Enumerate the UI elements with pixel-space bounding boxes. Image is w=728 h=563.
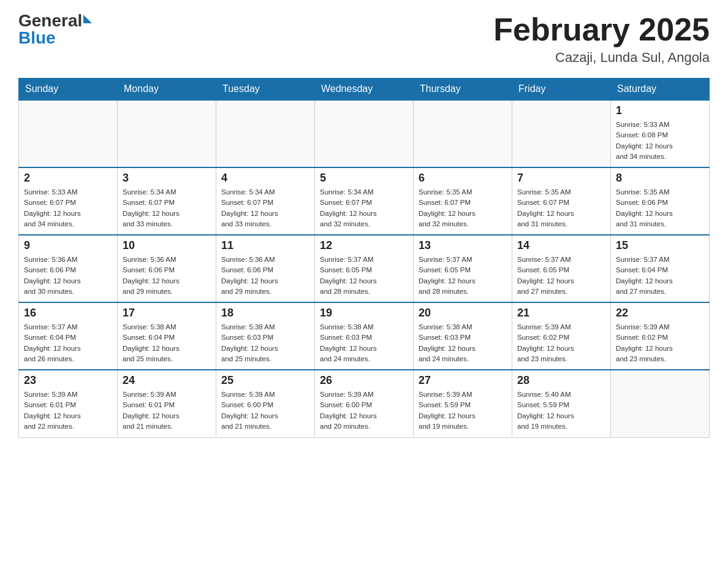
day-number: 18	[221, 307, 309, 320]
weekday-header-monday: Monday	[118, 79, 216, 101]
day-info: Sunrise: 5:37 AMSunset: 6:05 PMDaylight:…	[320, 255, 408, 297]
day-number: 24	[123, 374, 211, 387]
weekday-header-saturday: Saturday	[611, 79, 710, 101]
day-info: Sunrise: 5:39 AMSunset: 6:00 PMDaylight:…	[221, 389, 309, 432]
weekday-header-tuesday: Tuesday	[216, 79, 315, 101]
day-info: Sunrise: 5:35 AMSunset: 6:07 PMDaylight:…	[419, 187, 507, 229]
logo-arrow-icon	[83, 15, 92, 23]
day-info: Sunrise: 5:37 AMSunset: 6:04 PMDaylight:…	[24, 322, 112, 364]
header: General Blue February 2025 Cazaji, Lunda…	[18, 12, 710, 66]
day-number: 10	[123, 239, 211, 252]
calendar-cell: 16Sunrise: 5:37 AMSunset: 6:04 PMDayligh…	[19, 302, 118, 370]
day-info: Sunrise: 5:39 AMSunset: 6:01 PMDaylight:…	[123, 389, 211, 432]
day-info: Sunrise: 5:34 AMSunset: 6:07 PMDaylight:…	[123, 187, 211, 229]
day-number: 28	[517, 374, 605, 387]
calendar-cell: 23Sunrise: 5:39 AMSunset: 6:01 PMDayligh…	[19, 370, 118, 437]
calendar-table: SundayMondayTuesdayWednesdayThursdayFrid…	[18, 78, 710, 438]
month-title: February 2025	[493, 12, 710, 47]
calendar-cell: 7Sunrise: 5:35 AMSunset: 6:07 PMDaylight…	[512, 167, 611, 235]
day-number: 4	[221, 172, 309, 185]
calendar-cell: 15Sunrise: 5:37 AMSunset: 6:04 PMDayligh…	[611, 235, 710, 302]
calendar-cell: 9Sunrise: 5:36 AMSunset: 6:06 PMDaylight…	[19, 235, 118, 302]
day-info: Sunrise: 5:36 AMSunset: 6:06 PMDaylight:…	[123, 255, 211, 297]
calendar-cell	[216, 100, 315, 167]
calendar-cell	[315, 100, 414, 167]
day-info: Sunrise: 5:35 AMSunset: 6:06 PMDaylight:…	[616, 187, 704, 229]
calendar-cell	[19, 100, 118, 167]
calendar-cell: 18Sunrise: 5:38 AMSunset: 6:03 PMDayligh…	[216, 302, 315, 370]
weekday-header-row: SundayMondayTuesdayWednesdayThursdayFrid…	[19, 79, 710, 101]
day-info: Sunrise: 5:38 AMSunset: 6:04 PMDaylight:…	[123, 322, 211, 364]
day-info: Sunrise: 5:39 AMSunset: 6:01 PMDaylight:…	[24, 389, 112, 432]
calendar-cell: 24Sunrise: 5:39 AMSunset: 6:01 PMDayligh…	[118, 370, 216, 437]
day-info: Sunrise: 5:39 AMSunset: 6:02 PMDaylight:…	[616, 322, 704, 364]
calendar-cell: 8Sunrise: 5:35 AMSunset: 6:06 PMDaylight…	[611, 167, 710, 235]
calendar-cell	[118, 100, 216, 167]
day-info: Sunrise: 5:36 AMSunset: 6:06 PMDaylight:…	[24, 255, 112, 297]
day-info: Sunrise: 5:33 AMSunset: 6:08 PMDaylight:…	[616, 120, 704, 162]
day-number: 21	[517, 307, 605, 320]
day-info: Sunrise: 5:38 AMSunset: 6:03 PMDaylight:…	[419, 322, 507, 364]
calendar-cell: 2Sunrise: 5:33 AMSunset: 6:07 PMDaylight…	[19, 167, 118, 235]
weekday-header-thursday: Thursday	[414, 79, 512, 101]
calendar-cell: 11Sunrise: 5:36 AMSunset: 6:06 PMDayligh…	[216, 235, 315, 302]
day-info: Sunrise: 5:37 AMSunset: 6:05 PMDaylight:…	[517, 255, 605, 297]
calendar-week-row: 9Sunrise: 5:36 AMSunset: 6:06 PMDaylight…	[19, 235, 710, 302]
calendar-cell: 21Sunrise: 5:39 AMSunset: 6:02 PMDayligh…	[512, 302, 611, 370]
weekday-header-wednesday: Wednesday	[315, 79, 414, 101]
day-number: 2	[24, 172, 112, 185]
day-number: 12	[320, 239, 408, 252]
calendar-cell: 28Sunrise: 5:40 AMSunset: 5:59 PMDayligh…	[512, 370, 611, 437]
day-info: Sunrise: 5:37 AMSunset: 6:04 PMDaylight:…	[616, 255, 704, 297]
day-info: Sunrise: 5:36 AMSunset: 6:06 PMDaylight:…	[221, 255, 309, 297]
calendar-cell: 1Sunrise: 5:33 AMSunset: 6:08 PMDaylight…	[611, 100, 710, 167]
day-info: Sunrise: 5:38 AMSunset: 6:03 PMDaylight:…	[320, 322, 408, 364]
day-info: Sunrise: 5:37 AMSunset: 6:05 PMDaylight:…	[419, 255, 507, 297]
day-number: 13	[419, 239, 507, 252]
title-area: February 2025 Cazaji, Lunda Sul, Angola	[493, 12, 710, 66]
calendar-cell: 13Sunrise: 5:37 AMSunset: 6:05 PMDayligh…	[414, 235, 512, 302]
day-number: 11	[221, 239, 309, 252]
day-number: 20	[419, 307, 507, 320]
day-info: Sunrise: 5:39 AMSunset: 6:00 PMDaylight:…	[320, 389, 408, 432]
day-info: Sunrise: 5:34 AMSunset: 6:07 PMDaylight:…	[320, 187, 408, 229]
day-number: 7	[517, 172, 605, 185]
day-number: 8	[616, 172, 704, 185]
day-number: 17	[123, 307, 211, 320]
day-number: 26	[320, 374, 408, 387]
day-info: Sunrise: 5:40 AMSunset: 5:59 PMDaylight:…	[517, 389, 605, 432]
day-number: 15	[616, 239, 704, 252]
calendar-cell: 5Sunrise: 5:34 AMSunset: 6:07 PMDaylight…	[315, 167, 414, 235]
calendar-cell: 4Sunrise: 5:34 AMSunset: 6:07 PMDaylight…	[216, 167, 315, 235]
calendar-week-row: 23Sunrise: 5:39 AMSunset: 6:01 PMDayligh…	[19, 370, 710, 437]
day-number: 22	[616, 307, 704, 320]
calendar-cell: 10Sunrise: 5:36 AMSunset: 6:06 PMDayligh…	[118, 235, 216, 302]
day-info: Sunrise: 5:34 AMSunset: 6:07 PMDaylight:…	[221, 187, 309, 229]
calendar-cell: 25Sunrise: 5:39 AMSunset: 6:00 PMDayligh…	[216, 370, 315, 437]
calendar-cell: 26Sunrise: 5:39 AMSunset: 6:00 PMDayligh…	[315, 370, 414, 437]
location-subtitle: Cazaji, Lunda Sul, Angola	[493, 50, 710, 66]
calendar-cell: 6Sunrise: 5:35 AMSunset: 6:07 PMDaylight…	[414, 167, 512, 235]
calendar-cell: 14Sunrise: 5:37 AMSunset: 6:05 PMDayligh…	[512, 235, 611, 302]
day-number: 6	[419, 172, 507, 185]
calendar-cell: 19Sunrise: 5:38 AMSunset: 6:03 PMDayligh…	[315, 302, 414, 370]
logo: General Blue	[18, 12, 92, 47]
day-number: 25	[221, 374, 309, 387]
day-info: Sunrise: 5:39 AMSunset: 5:59 PMDaylight:…	[419, 389, 507, 432]
day-info: Sunrise: 5:39 AMSunset: 6:02 PMDaylight:…	[517, 322, 605, 364]
day-number: 5	[320, 172, 408, 185]
weekday-header-friday: Friday	[512, 79, 611, 101]
calendar-cell: 20Sunrise: 5:38 AMSunset: 6:03 PMDayligh…	[414, 302, 512, 370]
calendar-cell: 12Sunrise: 5:37 AMSunset: 6:05 PMDayligh…	[315, 235, 414, 302]
calendar-cell: 17Sunrise: 5:38 AMSunset: 6:04 PMDayligh…	[118, 302, 216, 370]
day-info: Sunrise: 5:35 AMSunset: 6:07 PMDaylight:…	[517, 187, 605, 229]
calendar-cell: 3Sunrise: 5:34 AMSunset: 6:07 PMDaylight…	[118, 167, 216, 235]
day-number: 23	[24, 374, 112, 387]
calendar-week-row: 1Sunrise: 5:33 AMSunset: 6:08 PMDaylight…	[19, 100, 710, 167]
day-number: 19	[320, 307, 408, 320]
day-number: 3	[123, 172, 211, 185]
calendar-cell	[414, 100, 512, 167]
day-number: 14	[517, 239, 605, 252]
calendar-cell	[512, 100, 611, 167]
calendar-week-row: 16Sunrise: 5:37 AMSunset: 6:04 PMDayligh…	[19, 302, 710, 370]
